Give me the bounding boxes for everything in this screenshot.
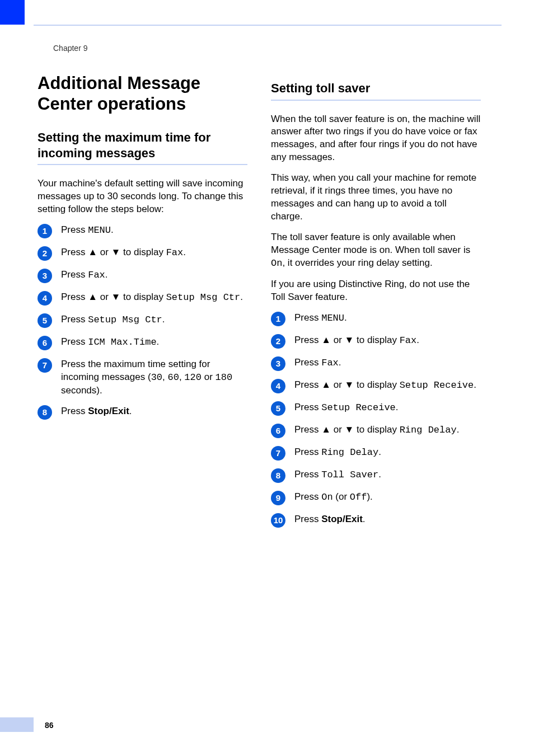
step-text: . [457,424,460,435]
step-mono-text: Setup Receive [400,380,474,391]
step-text: . [363,514,366,524]
step-text: (or [333,491,350,502]
step-text: Press [61,224,88,235]
step-item: 5Press Setup Msg Ctr. [38,313,247,328]
step-text: Press [61,314,88,325]
para3-post: , it overrides your ring delay setting. [282,257,432,268]
step-number-badge: 7 [271,446,285,461]
step-mono-text: Fax [166,247,184,258]
left-column: Additional Message Center operations Set… [38,73,247,536]
right-para-4: If you are using Distinctive Ring, do no… [271,278,481,304]
step-text: Press ▲ or ▼ to display [294,335,400,345]
step-text: Press ▲ or ▼ to display [61,292,166,302]
step-text: . [378,447,381,457]
chapter-label: Chapter 9 [53,44,87,53]
step-mono-text: On [321,492,332,503]
step-number-badge: 3 [38,269,52,283]
step-item: 8Press Toll Saver. [271,468,481,483]
step-number-badge: 8 [271,468,285,483]
step-text: . [111,224,114,235]
step-mono-text: Ring Delay [321,447,378,458]
step-text: Press [61,406,88,416]
step-number-badge: 4 [38,291,52,306]
step-mono-text: Off [350,492,367,503]
step-mono-text: Fax [88,270,105,280]
step-item: 3Press Fax. [38,269,247,283]
step-item: 7Press Ring Delay. [271,446,481,461]
step-mono-text: 60 [167,372,179,383]
step-text: , [179,372,184,382]
step-number-badge: 6 [38,336,52,350]
step-mono-text: Fax [321,358,339,368]
page-number: 86 [45,721,54,730]
left-subheading: Setting the maximum time for incoming me… [38,130,247,165]
right-steps-list: 1Press MENU.2Press ▲ or ▼ to display Fax… [271,312,481,528]
step-mono-text: Setup Receive [321,402,396,413]
step-text: Press [294,312,321,323]
step-mono-text: 30 [151,372,162,383]
step-mono-text: Setup Msg Ctr [166,292,241,303]
step-text: Press [61,269,88,280]
step-text: Press [294,402,321,412]
step-text: . [129,406,132,416]
step-number-badge: 6 [271,424,285,438]
step-mono-text: 120 [184,372,202,383]
step-mono-text: MENU [88,225,111,236]
step-mono-text: Ring Delay [400,425,457,435]
header-rule [34,25,502,26]
step-number-badge: 8 [38,405,52,420]
right-subheading: Setting toll saver [271,81,481,101]
step-item: 6Press ICM Max.Time. [38,336,247,350]
step-text: Press [294,469,321,480]
step-number-badge: 5 [38,313,52,328]
step-text: . [344,312,347,323]
step-mono-text: Fax [400,335,417,346]
step-item: 4Press ▲ or ▼ to display Setup Receive. [271,379,481,393]
step-text: Press [294,357,321,368]
step-text: seconds). [61,385,102,396]
right-para-2: This way, when you call your machine for… [271,172,481,223]
right-para-3: The toll saver feature is only available… [271,231,481,270]
step-text: Press [294,514,321,524]
step-number-badge: 1 [271,312,285,326]
left-steps-list: 1Press MENU.2Press ▲ or ▼ to display Fax… [38,224,247,420]
step-number-badge: 3 [271,356,285,371]
step-number-badge: 4 [271,379,285,393]
step-item: 6Press ▲ or ▼ to display Ring Delay. [271,424,481,438]
step-item: 9Press On (or Off). [271,491,481,505]
step-item: 1Press MENU. [271,312,481,326]
step-mono-text: Toll Saver [321,469,378,480]
step-number-badge: 1 [38,224,52,238]
step-mono-text: ICM Max.Time [88,337,156,348]
step-text: . [416,335,419,345]
step-bold-text: Stop/Exit [321,514,363,524]
step-text: . [378,469,381,480]
step-text: . [240,292,243,302]
step-item: 4Press ▲ or ▼ to display Setup Msg Ctr. [38,291,247,306]
step-item: 8Press Stop/Exit. [38,405,247,420]
step-number-badge: 9 [271,491,285,505]
step-item: 3Press Fax. [271,356,481,371]
step-number-badge: 5 [271,401,285,416]
step-text: . [339,357,341,368]
step-mono-text: MENU [321,313,344,323]
right-column: Setting toll saver When the toll saver f… [271,73,481,536]
step-item: 2Press ▲ or ▼ to display Fax. [271,334,481,349]
step-text: Press [294,491,321,502]
step-text: ). [367,491,372,502]
step-text: . [162,314,165,325]
step-mono-text: Setup Msg Ctr [88,314,162,325]
step-number-badge: 2 [38,246,52,261]
step-text: Press [294,447,321,457]
step-text: . [474,379,476,390]
step-text: . [157,336,160,347]
left-intro: Your machine's default setting will save… [38,177,247,216]
step-item: 1Press MENU. [38,224,247,238]
right-para-1: When the toll saver feature is on, the m… [271,113,481,165]
para3-mono: On [271,258,282,269]
step-text: . [183,247,186,257]
step-text: . [105,269,108,280]
step-number-badge: 10 [271,513,285,528]
content-area: Additional Message Center operations Set… [38,73,502,536]
step-text: Press ▲ or ▼ to display [294,379,400,390]
